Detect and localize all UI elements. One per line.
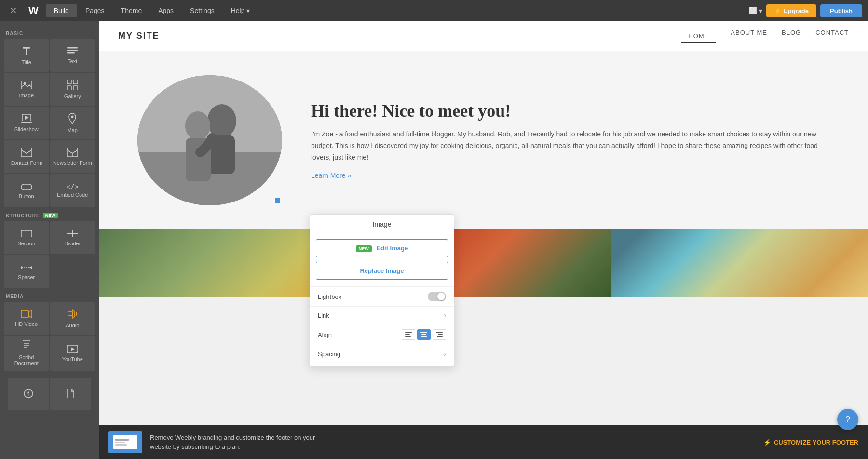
sidebar-item-map-label: Map bbox=[68, 127, 78, 133]
site-nav-about[interactable]: ABOUT ME bbox=[731, 29, 767, 43]
site-nav-contact[interactable]: CONTACT bbox=[815, 29, 849, 43]
resize-handle[interactable] bbox=[274, 198, 280, 203]
align-center-button[interactable] bbox=[417, 329, 431, 340]
text-icon bbox=[67, 47, 78, 56]
sidebar-item-youtube[interactable]: YouTube bbox=[50, 336, 95, 371]
svg-rect-7 bbox=[67, 86, 71, 90]
sidebar-item-image[interactable]: Image bbox=[4, 73, 49, 106]
sidebar-item-slideshow-label: Slideshow bbox=[14, 126, 39, 132]
sidebar-item-image-label: Image bbox=[19, 93, 34, 98]
content-area: MY SITE HOME ABOUT ME BLOG CONTACT bbox=[99, 21, 868, 459]
site-nav-home[interactable]: HOME bbox=[681, 29, 716, 43]
sidebar-item-newsletter-form[interactable]: Newsletter Form bbox=[50, 140, 95, 173]
align-right-icon bbox=[436, 331, 443, 338]
replace-image-button[interactable]: Replace Image bbox=[316, 262, 448, 280]
hero-image bbox=[137, 75, 282, 205]
customize-footer-button[interactable]: ⚡ CUSTOMIZE YOUR FOOTER bbox=[763, 439, 858, 446]
help-fab-button[interactable]: ? bbox=[837, 409, 858, 430]
svg-rect-3 bbox=[21, 81, 32, 89]
sidebar-item-divider-label: Divider bbox=[64, 241, 81, 246]
svg-rect-42 bbox=[405, 332, 412, 333]
audio-icon bbox=[68, 309, 77, 321]
align-left-button[interactable] bbox=[402, 329, 415, 340]
svg-rect-2 bbox=[67, 52, 75, 54]
nav-right: ⬜ ▾ ⚡ Upgrade Publish bbox=[749, 4, 862, 17]
sidebar-item-button-label: Button bbox=[19, 193, 34, 199]
svg-rect-52 bbox=[115, 439, 129, 441]
main-layout: BASIC T Title Text Image bbox=[0, 21, 868, 459]
lightbox-option[interactable]: Lightbox bbox=[310, 286, 454, 306]
button-icon bbox=[21, 182, 32, 191]
hd-video-icon bbox=[21, 310, 32, 319]
sidebar-item-spacer[interactable]: Spacer bbox=[4, 255, 49, 288]
close-button[interactable]: ✕ bbox=[6, 3, 21, 18]
tab-build[interactable]: Build bbox=[46, 4, 77, 17]
sidebar-item-gallery[interactable]: Gallery bbox=[50, 73, 95, 106]
spacer-icon bbox=[21, 263, 32, 272]
align-right-button[interactable] bbox=[433, 329, 446, 340]
sidebar-item-divider[interactable]: Divider bbox=[50, 221, 95, 254]
sidebar-item-scribd[interactable]: Scribd Document bbox=[4, 336, 49, 371]
svg-rect-25 bbox=[68, 312, 72, 316]
publish-button[interactable]: Publish bbox=[820, 4, 862, 17]
gallery-icon bbox=[67, 80, 78, 92]
tab-settings[interactable]: Settings bbox=[182, 4, 222, 17]
newsletter-icon bbox=[67, 148, 78, 158]
hero-learn-more-link[interactable]: Learn More » bbox=[311, 172, 351, 179]
link-option[interactable]: Link › bbox=[310, 306, 454, 324]
align-buttons bbox=[402, 329, 446, 340]
sidebar-item-button[interactable]: Button bbox=[4, 174, 49, 207]
svg-rect-26 bbox=[23, 340, 30, 351]
popup-new-badge: NEW bbox=[356, 245, 372, 252]
tab-apps[interactable]: Apps bbox=[150, 4, 181, 17]
tab-pages[interactable]: Pages bbox=[78, 4, 112, 17]
align-option: Align bbox=[310, 324, 454, 345]
sidebar-item-map[interactable]: Map bbox=[50, 107, 95, 139]
compass-icon bbox=[24, 389, 33, 400]
sidebar-item-title-label: Title bbox=[22, 59, 31, 65]
sidebar-item-audio[interactable]: Audio bbox=[50, 302, 95, 335]
sidebar-item-hd-video[interactable]: HD Video bbox=[4, 302, 49, 335]
sidebar-item-text[interactable]: Text bbox=[50, 39, 95, 72]
svg-marker-21 bbox=[21, 266, 23, 269]
sidebar-item-more-2[interactable] bbox=[50, 378, 92, 410]
sidebar-item-spacer-label: Spacer bbox=[18, 274, 35, 280]
tab-help[interactable]: Help ▾ bbox=[223, 4, 258, 17]
sidebar-item-newsletter-label: Newsletter Form bbox=[53, 160, 92, 166]
site-header: MY SITE HOME ABOUT ME BLOG CONTACT bbox=[99, 21, 868, 51]
hero-image-container[interactable] bbox=[137, 75, 282, 205]
sidebar-item-title[interactable]: T Title bbox=[4, 39, 49, 72]
site-nav-blog[interactable]: BLOG bbox=[782, 29, 801, 43]
svg-rect-43 bbox=[405, 334, 410, 335]
hero-section: Hi there! Nice to meet you! I'm Zoe - a … bbox=[99, 51, 868, 230]
svg-rect-47 bbox=[421, 336, 427, 337]
svg-rect-48 bbox=[436, 332, 443, 333]
lightbox-toggle[interactable] bbox=[428, 292, 446, 301]
spacing-option[interactable]: Spacing › bbox=[310, 345, 454, 363]
footer-icon-inner bbox=[113, 435, 137, 449]
sidebar-item-audio-label: Audio bbox=[66, 323, 79, 328]
popup-title: Image bbox=[310, 215, 454, 234]
svg-point-32 bbox=[24, 389, 33, 398]
svg-rect-50 bbox=[437, 336, 443, 337]
svg-rect-53 bbox=[115, 442, 125, 443]
sidebar-item-slideshow[interactable]: Slideshow bbox=[4, 107, 49, 139]
gallery-item-3[interactable] bbox=[611, 230, 868, 297]
sidebar-item-more-1[interactable] bbox=[8, 378, 49, 410]
svg-marker-24 bbox=[28, 310, 32, 318]
sidebar-item-contact-form[interactable]: Contact Form bbox=[4, 140, 49, 173]
contact-form-icon bbox=[21, 148, 32, 158]
sidebar-item-scribd-label: Scribd Document bbox=[7, 354, 46, 366]
nav-tabs: Build Pages Theme Apps Settings Help ▾ bbox=[46, 4, 258, 17]
svg-rect-17 bbox=[21, 230, 32, 237]
site-nav: HOME ABOUT ME BLOG CONTACT bbox=[681, 29, 849, 43]
embed-code-icon: </> bbox=[67, 183, 79, 190]
map-icon bbox=[68, 113, 76, 125]
tab-theme[interactable]: Theme bbox=[113, 4, 150, 17]
sidebar-item-section[interactable]: Section bbox=[4, 221, 49, 254]
upgrade-button[interactable]: ⚡ Upgrade bbox=[766, 4, 816, 17]
edit-image-button[interactable]: NEW Edit Image bbox=[316, 239, 448, 257]
sidebar-item-embed-code[interactable]: </> Embed Code bbox=[50, 174, 95, 207]
title-icon: T bbox=[23, 46, 30, 57]
device-toggle-button[interactable]: ⬜ ▾ bbox=[749, 7, 762, 14]
